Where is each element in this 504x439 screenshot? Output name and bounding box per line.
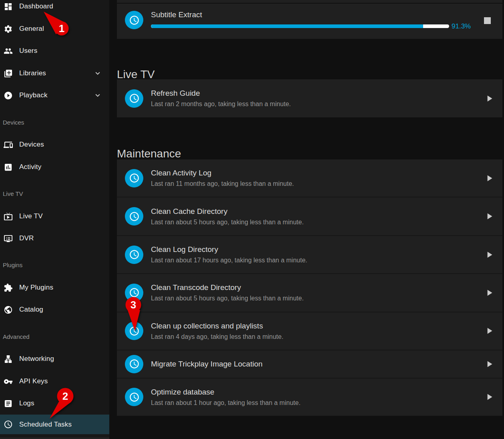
dvr-icon xyxy=(3,234,13,243)
run-task-button[interactable] xyxy=(484,93,494,104)
gear-icon xyxy=(3,24,13,34)
sidebar-item-label: Activity xyxy=(19,163,41,171)
sidebar-item-label: Scheduled Tasks xyxy=(19,421,72,429)
task-last-run: Last ran about 5 hours ago, taking less … xyxy=(151,294,304,302)
sidebar-section-devices: Devices xyxy=(3,118,24,127)
sidebar-section-livetv: Live TV xyxy=(3,189,23,198)
run-task-button[interactable] xyxy=(484,173,494,183)
task-clock-icon xyxy=(125,11,143,29)
lan-icon xyxy=(3,354,13,364)
task-clock-icon xyxy=(125,284,143,302)
sidebar-item-label: Catalog xyxy=(19,306,43,314)
globe-icon xyxy=(3,305,13,314)
run-task-button[interactable] xyxy=(484,359,494,369)
sidebar-item-label: Live TV xyxy=(19,212,43,220)
task-row-clean-cache-directory[interactable]: Clean Cache Directory Last ran about 5 h… xyxy=(117,197,502,235)
sidebar-item-label: Dashboard xyxy=(19,2,53,10)
task-title: Clean Activity Log xyxy=(151,168,294,177)
sidebar-item-users[interactable]: Users xyxy=(0,43,109,59)
scheduled-tasks-page: Subtitle Extract 91.3% Live TV Refresh G… xyxy=(109,0,504,439)
sidebar-item-playback[interactable]: Playback xyxy=(0,87,109,103)
task-title: Clean Log Directory xyxy=(151,245,307,254)
chevron-down-icon[interactable] xyxy=(93,91,102,100)
run-task-button[interactable] xyxy=(484,288,494,298)
progress-bar xyxy=(151,24,449,28)
progress-fill xyxy=(151,24,423,28)
run-task-button[interactable] xyxy=(484,392,494,402)
chevron-down-icon[interactable] xyxy=(93,69,102,78)
task-title: Clean Transcode Directory xyxy=(151,283,304,292)
task-title: Clean Cache Directory xyxy=(151,207,304,216)
task-last-run: Last ran 4 days ago, taking less than a … xyxy=(151,333,283,341)
sidebar-section-advanced: Advanced xyxy=(3,332,30,341)
document-icon xyxy=(3,399,13,408)
previous-task-row-partial xyxy=(117,0,502,3)
task-row-clean-transcode-directory[interactable]: Clean Transcode Directory Last ran about… xyxy=(117,273,502,311)
run-task-button[interactable] xyxy=(484,250,494,260)
sidebar-item-dashboard[interactable]: Dashboard xyxy=(0,0,109,14)
sidebar-item-label: Users xyxy=(19,47,37,55)
task-row-migrate-trickplay-image-location[interactable]: Migrate Trickplay Image Location xyxy=(117,350,502,377)
task-title: Migrate Trickplay Image Location xyxy=(151,359,263,369)
sidebar-item-networking[interactable]: Networking xyxy=(0,351,109,367)
dashboard-icon xyxy=(3,2,13,11)
activity-chart-icon xyxy=(3,162,13,172)
sidebar-item-label: API Keys xyxy=(19,377,48,385)
run-task-button[interactable] xyxy=(484,211,494,222)
sidebar-item-activity[interactable]: Activity xyxy=(0,159,109,175)
sidebar-item-general[interactable]: General xyxy=(0,21,109,37)
task-clock-icon xyxy=(125,207,143,226)
sidebar-item-label: Libraries xyxy=(19,69,46,77)
progress-percentage: 91.3% xyxy=(452,22,471,30)
sidebar-item-logs[interactable]: Logs xyxy=(0,395,109,411)
sidebar-item-label: General xyxy=(19,25,44,33)
live-tv-icon xyxy=(3,211,13,221)
task-last-run: Last ran about 17 hours ago, taking less… xyxy=(151,256,307,264)
task-title: Optimize database xyxy=(151,387,301,397)
task-clock-icon xyxy=(125,246,143,264)
task-last-run: Last ran 11 months ago, taking less than… xyxy=(151,180,294,188)
sidebar-item-dvr[interactable]: DVR xyxy=(0,230,109,246)
key-icon xyxy=(3,377,13,386)
devices-icon xyxy=(3,140,13,149)
task-row-refresh-guide[interactable]: Refresh Guide Last ran 2 months ago, tak… xyxy=(117,79,502,117)
task-clock-icon xyxy=(125,89,143,108)
sidebar: Dashboard General Users Libraries Playba… xyxy=(0,0,109,439)
task-title: Refresh Guide xyxy=(151,89,291,98)
task-row-clean-log-directory[interactable]: Clean Log Directory Last ran about 17 ho… xyxy=(117,235,502,273)
live-tv-tasks-card: Refresh Guide Last ran 2 months ago, tak… xyxy=(117,79,502,117)
task-clock-icon xyxy=(125,169,143,187)
sidebar-item-label: Playback xyxy=(19,91,48,99)
task-row-clean-up-collections-and-playlists[interactable]: Clean up collections and playlists Last … xyxy=(117,312,502,350)
library-add-icon xyxy=(3,68,13,78)
sidebar-item-label: Logs xyxy=(19,399,34,407)
clock-icon xyxy=(3,420,13,429)
task-title: Clean up collections and playlists xyxy=(151,321,283,330)
section-heading-live-tv: Live TV xyxy=(117,68,155,81)
task-clock-icon xyxy=(125,388,143,406)
sidebar-item-my-plugins[interactable]: My Plugins xyxy=(0,280,109,296)
sidebar-item-api-keys[interactable]: API Keys xyxy=(0,373,109,389)
section-heading-maintenance: Maintenance xyxy=(117,148,181,160)
sidebar-item-live-tv[interactable]: Live TV xyxy=(0,208,109,224)
sidebar-item-libraries[interactable]: Libraries xyxy=(0,65,109,81)
task-clock-icon xyxy=(125,355,143,373)
sidebar-item-label: My Plugins xyxy=(19,284,53,292)
sidebar-section-plugins: Plugins xyxy=(3,260,22,269)
running-task-card: Subtitle Extract 91.3% xyxy=(117,4,502,39)
sidebar-item-catalog[interactable]: Catalog xyxy=(0,302,109,318)
task-last-run: Last ran 2 months ago, taking less than … xyxy=(151,100,291,108)
task-last-run: Last ran about 5 hours ago, taking less … xyxy=(151,218,304,226)
sidebar-item-scheduled-tasks[interactable]: Scheduled Tasks xyxy=(0,415,109,434)
task-row-clean-activity-log[interactable]: Clean Activity Log Last ran 11 months ag… xyxy=(117,159,502,197)
task-row-optimize-database[interactable]: Optimize database Last ran about 1 hour … xyxy=(117,378,502,416)
sidebar-item-label: Devices xyxy=(19,141,44,149)
task-last-run: Last ran about 1 hour ago, taking less t… xyxy=(151,399,301,407)
sidebar-item-label: Networking xyxy=(19,355,54,363)
users-icon xyxy=(3,46,13,56)
puzzle-icon xyxy=(3,283,13,292)
task-title: Subtitle Extract xyxy=(151,10,202,19)
sidebar-item-devices[interactable]: Devices xyxy=(0,137,109,153)
run-task-button[interactable] xyxy=(484,326,494,336)
stop-task-button[interactable] xyxy=(484,17,491,24)
